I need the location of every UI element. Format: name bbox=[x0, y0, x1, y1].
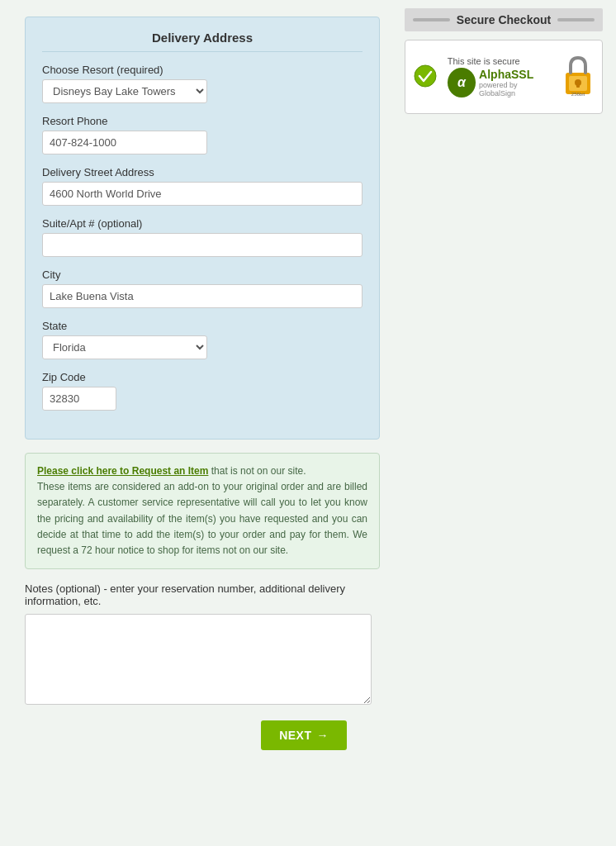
suite-label: Suite/Apt # (optional) bbox=[42, 217, 362, 230]
next-button[interactable]: NEXT bbox=[261, 720, 347, 750]
lock-icon: 256bit bbox=[562, 55, 594, 97]
ssl-inner: This site is secure α AlphaSSL powered b… bbox=[414, 55, 594, 100]
suite-group: Suite/Apt # (optional) bbox=[42, 217, 362, 257]
notes-textarea[interactable] bbox=[25, 614, 372, 705]
notes-label: Notes (optional) - enter your reservatio… bbox=[25, 582, 380, 607]
zip-label: Zip Code bbox=[42, 371, 362, 383]
resort-phone-group: Resort Phone bbox=[42, 115, 362, 154]
next-button-row: NEXT bbox=[25, 720, 380, 750]
resort-select[interactable]: Disneys Bay Lake Towers Disneys All-Star… bbox=[42, 79, 207, 103]
svg-rect-4 bbox=[576, 83, 580, 88]
request-item-link[interactable]: Please click here to Request an Item bbox=[37, 465, 208, 477]
street-group: Delivery Street Address bbox=[42, 166, 362, 206]
state-label: State bbox=[42, 320, 362, 332]
secure-checkout-bar: Secure Checkout bbox=[405, 8, 603, 31]
zip-input[interactable] bbox=[42, 387, 116, 411]
bar-line-right bbox=[557, 18, 595, 21]
lock-icon-container: 256bit bbox=[562, 55, 594, 100]
sidebar: Secure Checkout This site is secure bbox=[396, 0, 611, 846]
alpha-logo: α bbox=[448, 68, 476, 97]
ssl-brand-text: AlphaSSL powered by GlobalSign bbox=[479, 68, 552, 97]
info-box-body: These items are considered an add-on to … bbox=[37, 481, 367, 556]
city-label: City bbox=[42, 269, 362, 281]
state-select[interactable]: Florida Alabama Alaska Arizona Arkansas … bbox=[42, 335, 207, 359]
suite-input[interactable] bbox=[42, 233, 362, 257]
svg-point-0 bbox=[415, 65, 436, 87]
svg-text:256bit: 256bit bbox=[571, 92, 585, 97]
resort-phone-input[interactable] bbox=[42, 131, 207, 154]
checkmark-icon bbox=[414, 64, 437, 88]
city-group: City bbox=[42, 269, 362, 308]
ssl-info: This site is secure α AlphaSSL powered b… bbox=[448, 56, 552, 97]
delivery-address-title: Delivery Address bbox=[42, 31, 362, 52]
street-label: Delivery Street Address bbox=[42, 166, 362, 178]
ssl-site-secure: This site is secure bbox=[448, 56, 552, 66]
resort-group: Choose Resort (required) Disneys Bay Lak… bbox=[42, 64, 362, 103]
bar-line-left bbox=[413, 18, 450, 21]
ssl-powered: powered by GlobalSign bbox=[479, 81, 552, 97]
street-input[interactable] bbox=[42, 182, 362, 206]
zip-group: Zip Code bbox=[42, 371, 362, 411]
ssl-badge: This site is secure α AlphaSSL powered b… bbox=[405, 40, 603, 114]
city-input[interactable] bbox=[42, 284, 362, 308]
ssl-brand: AlphaSSL bbox=[479, 68, 552, 81]
resort-label: Choose Resort (required) bbox=[42, 64, 362, 76]
state-group: State Florida Alabama Alaska Arizona Ark… bbox=[42, 320, 362, 359]
info-box: Please click here to Request an Item tha… bbox=[25, 453, 380, 569]
resort-phone-label: Resort Phone bbox=[42, 115, 362, 127]
secure-checkout-title: Secure Checkout bbox=[457, 13, 551, 26]
info-box-rest: that is not on our site. bbox=[208, 465, 306, 477]
delivery-address-box: Delivery Address Choose Resort (required… bbox=[25, 17, 380, 440]
notes-group: Notes (optional) - enter your reservatio… bbox=[25, 582, 380, 707]
